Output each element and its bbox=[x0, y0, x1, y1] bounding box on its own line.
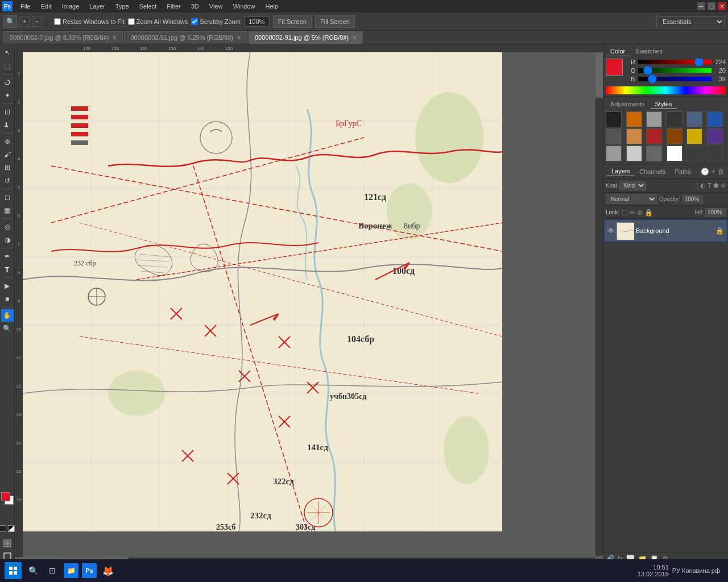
healing-tool[interactable]: ⊕ bbox=[1, 135, 14, 148]
zoom-in-tool[interactable]: 🔍 bbox=[3, 15, 17, 28]
foreground-color[interactable] bbox=[1, 492, 10, 501]
minimize-button[interactable]: ─ bbox=[697, 2, 705, 10]
layer-adjust-icon[interactable]: ◐ bbox=[700, 182, 706, 189]
taskbar-search-icon[interactable]: 🔍 bbox=[25, 563, 41, 579]
eyedropper-tool[interactable] bbox=[1, 119, 14, 131]
blur-tool[interactable]: ◎ bbox=[1, 221, 14, 233]
fill-input[interactable] bbox=[705, 208, 726, 217]
tab-3-close[interactable]: ✕ bbox=[352, 35, 357, 41]
scrubby-zoom-input[interactable] bbox=[191, 18, 198, 25]
adjustments-tab[interactable]: Adjustments bbox=[606, 99, 650, 109]
green-slider[interactable] bbox=[638, 68, 712, 73]
taskbar-firefox-icon[interactable]: 🦊 bbox=[100, 563, 116, 579]
clone-tool[interactable]: ⊞ bbox=[1, 161, 14, 174]
pen-tool[interactable]: ✒ bbox=[1, 250, 14, 263]
style-swatch-11[interactable] bbox=[686, 128, 702, 144]
taskbar-ps-icon[interactable]: Ps bbox=[82, 563, 97, 578]
opacity-input[interactable] bbox=[682, 195, 703, 203]
style-swatch-3[interactable] bbox=[646, 111, 662, 127]
zoom-out-button[interactable]: − bbox=[32, 16, 42, 27]
style-swatch-17[interactable] bbox=[686, 146, 702, 161]
layers-delete-icon[interactable]: 🗑 bbox=[718, 168, 725, 176]
eraser-tool[interactable]: ◻ bbox=[1, 191, 14, 203]
maximize-button[interactable]: □ bbox=[708, 2, 715, 10]
zoom-all-windows-input[interactable] bbox=[128, 18, 135, 25]
workspace-dropdown[interactable]: Essentials bbox=[656, 16, 725, 27]
crop-tool[interactable]: ⊡ bbox=[1, 106, 14, 118]
style-swatch-6[interactable] bbox=[707, 111, 723, 127]
tab-3[interactable]: 00000002-91.jpg @ 5% (RGB/8#) ✕ bbox=[249, 31, 363, 44]
tab-2[interactable]: 00000002-51.jpg @ 6.25% (RGB/8#) ✕ bbox=[124, 31, 247, 44]
zoom-level-input[interactable] bbox=[244, 16, 270, 27]
vertical-scroll-thumb[interactable] bbox=[595, 52, 603, 98]
color-tab[interactable]: Color bbox=[606, 47, 630, 56]
lock-transparent-icon[interactable]: ⬚ bbox=[622, 209, 628, 217]
zoom-in-button[interactable]: + bbox=[19, 16, 30, 27]
history-brush-tool[interactable]: ↺ bbox=[1, 174, 14, 187]
default-colors-icon[interactable] bbox=[0, 525, 6, 532]
color-preview-swatch[interactable] bbox=[606, 59, 623, 76]
color-spectrum[interactable] bbox=[606, 86, 726, 94]
style-swatch-13[interactable] bbox=[606, 146, 622, 161]
style-swatch-12[interactable] bbox=[707, 128, 723, 144]
style-swatch-7[interactable] bbox=[606, 128, 622, 144]
swatches-tab[interactable]: Swatches bbox=[631, 47, 667, 56]
close-button[interactable]: ✕ bbox=[718, 2, 726, 10]
layer-pixel-icon[interactable]: ⬚ bbox=[693, 182, 698, 189]
fill-screen-button[interactable]: Fill Screen bbox=[315, 15, 355, 28]
magic-wand-tool[interactable]: ✦ bbox=[1, 89, 14, 102]
layer-kind-dropdown[interactable]: Kind bbox=[619, 181, 646, 190]
taskbar-start-button[interactable] bbox=[5, 562, 22, 579]
tab-1[interactable]: 00000002-7.jpg @ 8.33% (RGB/8#) ✕ bbox=[3, 31, 123, 44]
move-tool[interactable]: ↖ bbox=[1, 47, 14, 59]
layer-shape-icon[interactable]: ⬟ bbox=[713, 182, 719, 189]
path-select-tool[interactable]: ▶ bbox=[1, 280, 14, 292]
layers-history-icon[interactable]: 🕐 bbox=[701, 168, 709, 176]
style-swatch-18[interactable] bbox=[707, 146, 723, 161]
scrubby-zoom-checkbox[interactable]: Scrubby Zoom bbox=[191, 18, 241, 25]
channels-tab[interactable]: Channels bbox=[635, 167, 670, 176]
style-swatch-9[interactable] bbox=[646, 128, 662, 144]
menu-image[interactable]: Image bbox=[57, 2, 84, 11]
lasso-tool[interactable] bbox=[1, 76, 14, 89]
lock-move-icon[interactable]: ⊕ bbox=[637, 209, 643, 217]
taskbar-taskview-icon[interactable]: ⊡ bbox=[44, 563, 60, 579]
menu-select[interactable]: Select bbox=[135, 2, 162, 11]
resize-windows-checkbox[interactable]: Resize Windows to Fit bbox=[54, 18, 125, 25]
menu-help[interactable]: Help bbox=[261, 2, 283, 11]
taskbar-explorer-icon[interactable]: 📁 bbox=[64, 563, 78, 578]
style-swatch-15[interactable] bbox=[646, 146, 662, 161]
menu-edit[interactable]: Edit bbox=[36, 2, 56, 11]
lock-paint-icon[interactable]: ✏ bbox=[630, 209, 635, 217]
layer-visibility-icon[interactable]: 👁 bbox=[607, 227, 614, 235]
fit-screen-button[interactable]: Fit Screen bbox=[273, 15, 312, 28]
layer-text-icon[interactable]: T bbox=[708, 182, 712, 189]
select-tool[interactable]: ⬚ bbox=[1, 60, 14, 72]
hand-tool[interactable]: ✋ bbox=[1, 309, 14, 322]
menu-type[interactable]: Type bbox=[111, 2, 134, 11]
text-tool[interactable]: T bbox=[1, 263, 14, 276]
zoom-all-windows-checkbox[interactable]: Zoom All Windows bbox=[128, 18, 188, 25]
menu-filter[interactable]: Filter bbox=[162, 2, 185, 11]
swap-colors-icon[interactable] bbox=[8, 525, 15, 532]
layer-smart-icon[interactable]: ⊛ bbox=[721, 182, 726, 189]
style-swatch-4[interactable] bbox=[667, 111, 682, 127]
zoom-tool[interactable]: 🔍 bbox=[1, 322, 14, 335]
canvas-scrollbar-vertical[interactable] bbox=[595, 52, 603, 556]
blend-mode-dropdown[interactable]: Normal bbox=[606, 194, 657, 204]
styles-tab[interactable]: Styles bbox=[651, 99, 677, 109]
paths-tab[interactable]: Paths bbox=[671, 167, 696, 176]
style-swatch-14[interactable] bbox=[626, 146, 642, 161]
menu-layer[interactable]: Layer bbox=[85, 2, 110, 11]
brush-tool[interactable]: 🖌 bbox=[1, 148, 14, 161]
style-swatch-2[interactable] bbox=[626, 111, 642, 127]
lock-all-icon[interactable]: 🔒 bbox=[644, 209, 653, 217]
layers-new-icon[interactable]: + bbox=[712, 168, 715, 176]
menu-window[interactable]: Window bbox=[228, 2, 259, 11]
tab-2-close[interactable]: ✕ bbox=[237, 35, 241, 41]
style-swatch-16[interactable] bbox=[667, 146, 682, 161]
tab-1-close[interactable]: ✕ bbox=[112, 35, 117, 41]
blue-slider[interactable] bbox=[638, 77, 712, 81]
shape-tool[interactable]: ■ bbox=[1, 293, 14, 305]
menu-file[interactable]: File bbox=[16, 2, 35, 11]
